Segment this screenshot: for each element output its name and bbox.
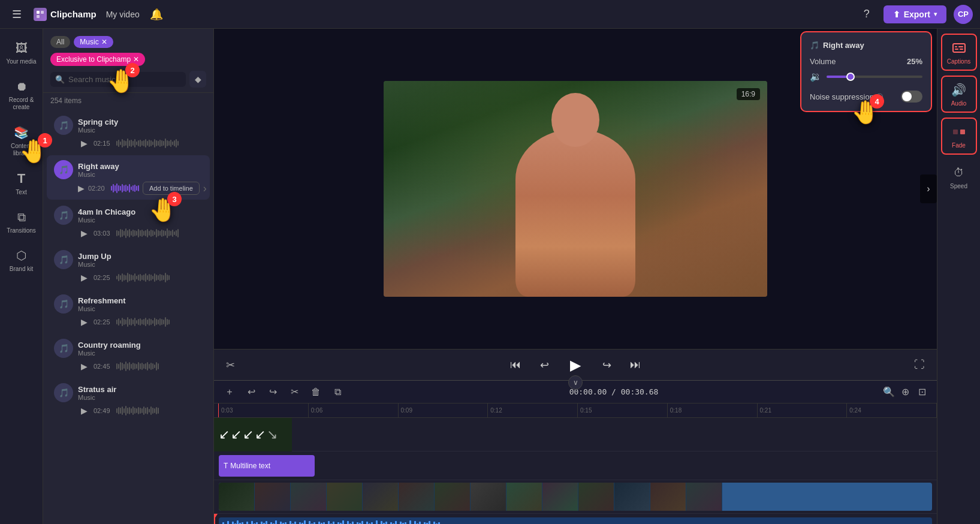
play-country-roaming-button[interactable]: ▶ — [78, 360, 90, 372]
play-jump-up-button[interactable]: ▶ — [78, 272, 90, 284]
left-sidebar: 🖼 Your media ⏺ Record &create 📚 Contentl… — [0, 29, 43, 524]
play-icon: ▶ — [570, 357, 581, 374]
timeline-playhead[interactable] — [214, 514, 215, 524]
premium-filter-button[interactable]: ◆ — [189, 71, 206, 88]
add-to-timeline-button[interactable]: Add to timeline — [143, 182, 200, 195]
slider-thumb — [846, 73, 855, 81]
sidebar-item-audio[interactable]: 🔊 Audio — [941, 76, 977, 113]
search-wrap: 🔍 — [50, 72, 186, 87]
music-item-bottom: ▶ 02:25 — [54, 316, 203, 328]
music-name: Country roaming — [78, 341, 203, 350]
noise-suppression-toggle[interactable] — [901, 91, 922, 103]
music-duration: 02:25 — [94, 274, 113, 281]
export-icon: ⬆ — [893, 10, 900, 19]
timeline-ruler: 0:03 0:06 0:09 0:12 0:15 0:18 0:21 0:24 — [214, 403, 937, 418]
forward-button[interactable]: ↪ — [597, 356, 616, 375]
music-item-bottom: ▶ 02:20 Add to timeline › — [54, 182, 203, 195]
audio-label: Audio — [951, 100, 967, 107]
timeline-tracks: 0:03 0:06 0:09 0:12 0:15 0:18 0:21 0:24 … — [214, 403, 937, 524]
exclusive-filter-button[interactable]: Exclusive to Clipchamp ✕ — [50, 53, 145, 66]
volume-slider[interactable] — [827, 76, 922, 78]
filter-music-button[interactable]: Music ✕ — [74, 36, 113, 48]
bell-icon: 🔔 — [150, 8, 163, 21]
export-button[interactable]: ⬆ Export ▾ — [883, 5, 946, 23]
music-item-4am-chicago[interactable]: 🎵 4am In Chicago Music ▶ 03:03 — [47, 201, 210, 244]
ruler-mark: 0:18 — [668, 403, 758, 417]
your-media-icon: 🖼 — [13, 40, 30, 56]
music-item-country-roaming[interactable]: 🎵 Country roaming Music ▶ 02:45 — [47, 334, 210, 377]
fit-button[interactable]: ⊡ — [915, 385, 930, 399]
forward-icon: ↪ — [602, 359, 611, 372]
music-item-jump-up[interactable]: 🎵 Jump Up Music ▶ 02:25 — [47, 245, 210, 288]
sidebar-item-fade[interactable]: Fade — [941, 118, 977, 155]
sidebar-item-record-create[interactable]: ⏺ Record &create — [4, 73, 40, 116]
skip-forward-button[interactable]: ⏭ — [626, 356, 645, 375]
collapse-timeline-button[interactable]: ∨ — [568, 375, 583, 390]
music-item-right-away[interactable]: 🎵 Right away Music ▶ 02:20 Add to timeli… — [47, 155, 210, 200]
play-4am-chicago-button[interactable]: ▶ — [78, 227, 90, 239]
fullscreen-button[interactable]: ⛶ — [914, 359, 925, 371]
video-thumb — [435, 483, 471, 511]
video-next-button[interactable]: › — [920, 174, 937, 203]
music-name: Right away — [78, 162, 203, 171]
play-refreshment-button[interactable]: ▶ — [78, 316, 90, 328]
video-thumb — [686, 483, 722, 511]
music-note-icon: 🎵 — [54, 160, 73, 179]
collapse-panel-arrow: › — [203, 182, 207, 195]
copy-button[interactable]: ⧉ — [329, 384, 346, 400]
waveform — [116, 137, 203, 149]
zoom-out-button[interactable]: 🔍 — [882, 385, 896, 399]
play-stratus-air-button[interactable]: ▶ — [78, 405, 90, 417]
rewind-button[interactable]: ↩ — [535, 356, 554, 375]
ruler-mark: 0:09 — [399, 403, 489, 417]
cut-button[interactable]: ✂ — [286, 384, 303, 400]
play-spring-city-button[interactable]: ▶ — [78, 137, 90, 149]
filter-all-button[interactable]: All — [50, 36, 70, 48]
play-pause-button[interactable]: ▶ — [563, 353, 587, 377]
arrows-clip[interactable]: ↙ ↙ ↙ ↙ ↘ — [214, 418, 292, 451]
sidebar-item-content-library[interactable]: 📚 Contentlibrary — [4, 119, 40, 162]
music-item-stratus-air[interactable]: 🎵 Stratus air Music ▶ 02:49 — [47, 378, 210, 421]
total-time: / 00:30.68 — [611, 387, 658, 396]
sidebar-item-text[interactable]: T Text — [4, 165, 40, 200]
hamburger-button[interactable]: ☰ — [7, 5, 26, 24]
sidebar-item-your-media[interactable]: 🖼 Your media — [4, 35, 40, 70]
volume-row: Volume 25% — [810, 57, 922, 66]
add-track-button[interactable]: + — [221, 384, 238, 400]
speed-icon: ⏱ — [951, 164, 967, 181]
sidebar-item-speed[interactable]: ⏱ Speed — [941, 159, 977, 194]
play-right-away-button[interactable]: ▶ — [78, 182, 85, 194]
music-item-spring-city[interactable]: 🎵 Spring city Music ▶ 02:15 — [47, 111, 210, 154]
music-duration: 02:15 — [94, 140, 113, 147]
exclusive-close-icon: ✕ — [133, 55, 139, 64]
help-button[interactable]: ? — [857, 5, 876, 24]
text-clip[interactable]: T Multiline text — [219, 455, 315, 477]
undo-button[interactable]: ↩ — [243, 384, 260, 400]
ruler-mark: 0:06 — [309, 403, 399, 417]
export-label: Export — [904, 10, 930, 19]
sidebar-item-captions[interactable]: Captions — [941, 34, 977, 71]
ruler-mark: 0:24 — [847, 403, 937, 417]
copy-icon: ⧉ — [334, 387, 341, 397]
crop-button[interactable]: ✂ — [226, 359, 235, 372]
notification-button[interactable]: 🔔 — [147, 5, 166, 24]
skip-back-button[interactable]: ⏮ — [506, 356, 525, 375]
sidebar-item-transitions[interactable]: ⧉ Transitions — [4, 204, 40, 239]
topbar-left: ☰ Clipchamp My video 🔔 — [7, 5, 166, 24]
delete-button[interactable]: 🗑 — [307, 384, 324, 400]
text-clip-label: Multiline text — [230, 462, 270, 470]
video-title[interactable]: My video — [106, 10, 140, 19]
music-item-refreshment[interactable]: 🎵 Refreshment Music ▶ 02:25 — [47, 290, 210, 333]
music-item-bottom: ▶ 02:45 — [54, 360, 203, 372]
search-input[interactable] — [68, 75, 181, 84]
right-sidebar: Captions 🔊 Audio Fade ⏱ Speed — [937, 29, 980, 524]
zoom-in-button[interactable]: ⊕ — [898, 385, 913, 399]
music-duration: 02:25 — [94, 318, 113, 326]
sidebar-item-brand-kit[interactable]: ⬡ Brand kit — [4, 242, 40, 277]
video-thumb — [291, 483, 327, 511]
waveform — [111, 182, 139, 194]
redo-button[interactable]: ↪ — [264, 384, 281, 400]
music-info: 4am In Chicago Music — [78, 207, 203, 224]
toggle-knob — [902, 92, 912, 101]
music-info: Right away Music — [78, 162, 203, 178]
